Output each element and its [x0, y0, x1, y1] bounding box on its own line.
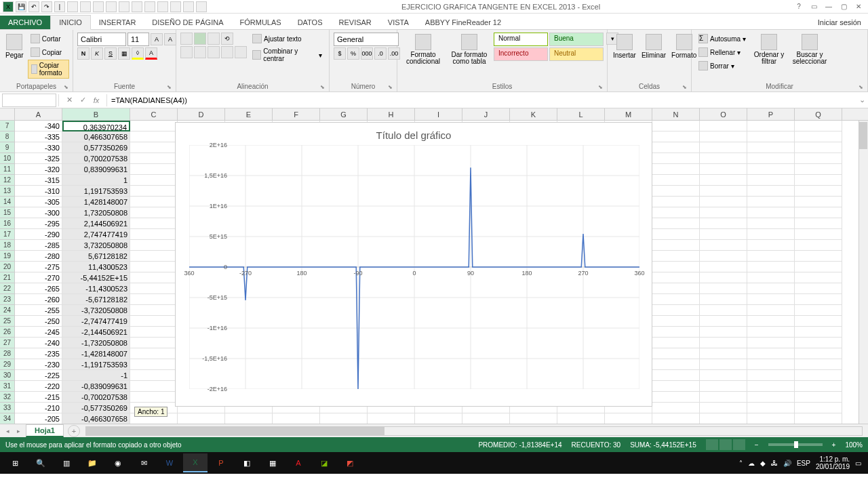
cell[interactable]	[557, 413, 605, 424]
cell[interactable]	[130, 359, 178, 370]
tray-volume-icon[interactable]: 🔊	[783, 460, 791, 467]
row-header[interactable]: 33	[0, 403, 15, 413]
cell[interactable]: 2,144506921	[62, 218, 130, 229]
qat-icon[interactable]	[196, 1, 207, 12]
cell[interactable]	[700, 186, 747, 197]
col-header-A[interactable]: A	[15, 108, 62, 120]
cell[interactable]	[747, 305, 795, 316]
cell[interactable]: -330	[15, 142, 62, 153]
tray-chevron-icon[interactable]: ˄	[739, 460, 743, 467]
cell[interactable]	[747, 327, 795, 338]
close-icon[interactable]: ✕	[852, 1, 865, 12]
undo-icon[interactable]: ↶	[28, 1, 39, 12]
cell[interactable]: -320	[15, 164, 62, 175]
conditional-format-button[interactable]: Formato condicional	[401, 33, 445, 66]
cell[interactable]	[130, 164, 178, 175]
cell[interactable]	[795, 142, 842, 153]
cell[interactable]	[652, 218, 700, 229]
cell[interactable]	[130, 207, 178, 218]
qat-icon[interactable]	[183, 1, 194, 12]
cell[interactable]	[130, 381, 178, 392]
align-top-icon[interactable]	[180, 33, 193, 45]
cell[interactable]	[652, 142, 700, 153]
qat-icon[interactable]	[144, 1, 155, 12]
cell[interactable]	[130, 142, 178, 153]
chart-object[interactable]: Título del gráfico 2E+161,5E+161E+165E+1…	[175, 122, 652, 407]
col-header-P[interactable]: P	[747, 108, 795, 120]
cell[interactable]	[795, 207, 842, 218]
row-header[interactable]: 11	[0, 164, 15, 175]
copy-button[interactable]: Copiar	[28, 46, 69, 58]
col-header-O[interactable]: O	[700, 108, 747, 120]
cell[interactable]	[795, 370, 842, 381]
sheet-nav-first[interactable]: ◂	[3, 428, 12, 434]
row-header[interactable]: 19	[0, 251, 15, 262]
ribbon-options-icon[interactable]: ▭	[807, 1, 821, 12]
cell[interactable]	[747, 251, 795, 262]
align-middle-icon[interactable]	[194, 33, 206, 45]
cell[interactable]	[652, 348, 700, 359]
taskview-button[interactable]: ▥	[54, 453, 79, 472]
cell[interactable]	[652, 175, 700, 186]
cell[interactable]	[652, 229, 700, 240]
style-normal[interactable]: Normal	[494, 33, 548, 46]
format-table-button[interactable]: Dar formato como tabla	[448, 33, 491, 66]
cell[interactable]	[652, 262, 700, 272]
cell[interactable]	[652, 197, 700, 207]
cell[interactable]	[795, 348, 842, 359]
col-header-J[interactable]: J	[462, 108, 510, 120]
cell[interactable]: -235	[15, 348, 62, 359]
word-button[interactable]: W	[157, 453, 182, 472]
start-button[interactable]: ⊞	[3, 453, 27, 472]
tab-home[interactable]: INICIO	[50, 15, 91, 30]
cell[interactable]	[368, 413, 415, 424]
sort-filter-button[interactable]: Ordenar y filtrar	[751, 33, 787, 66]
cell[interactable]	[130, 131, 178, 142]
cell[interactable]	[795, 186, 842, 197]
cell[interactable]: -240	[15, 338, 62, 348]
tray-lang[interactable]: ESP	[797, 460, 810, 467]
cell[interactable]	[700, 175, 747, 186]
cell[interactable]: -0,700207538	[62, 392, 130, 403]
cell[interactable]	[130, 272, 178, 283]
cell[interactable]	[747, 197, 795, 207]
cell[interactable]	[795, 327, 842, 338]
qat-icon[interactable]	[157, 1, 168, 12]
tab-review[interactable]: REVISAR	[331, 16, 380, 29]
qat-icon[interactable]	[132, 1, 142, 12]
align-bottom-icon[interactable]	[208, 33, 220, 45]
zoom-in-icon[interactable]: +	[832, 441, 836, 449]
cell[interactable]: -300	[15, 207, 62, 218]
row-header[interactable]: 20	[0, 262, 15, 272]
cell[interactable]	[747, 218, 795, 229]
indent-dec-icon[interactable]	[221, 46, 233, 58]
powerpoint-button[interactable]: P	[209, 453, 233, 472]
cell[interactable]: 1	[62, 175, 130, 186]
maximize-icon[interactable]: ▢	[837, 1, 850, 12]
cell[interactable]	[795, 153, 842, 164]
cell[interactable]	[130, 283, 178, 294]
cell[interactable]: -250	[15, 316, 62, 327]
cell[interactable]	[510, 413, 557, 424]
row-header[interactable]: 30	[0, 370, 15, 381]
cell[interactable]: -11,4300523	[62, 283, 130, 294]
cell[interactable]	[700, 305, 747, 316]
cell[interactable]	[747, 186, 795, 197]
row-header[interactable]: 12	[0, 175, 15, 186]
cell[interactable]	[700, 229, 747, 240]
row-header[interactable]: 27	[0, 338, 15, 348]
cell[interactable]	[700, 142, 747, 153]
cell[interactable]	[652, 251, 700, 262]
row-header[interactable]: 9	[0, 142, 15, 153]
cell[interactable]	[747, 142, 795, 153]
cell[interactable]	[700, 121, 747, 131]
row-header[interactable]: 26	[0, 327, 15, 338]
cell[interactable]	[747, 121, 795, 131]
cell[interactable]	[747, 381, 795, 392]
outlook-button[interactable]: ✉	[132, 453, 156, 472]
paste-button[interactable]: Pegar	[4, 33, 25, 60]
cell[interactable]	[795, 403, 842, 413]
row-header[interactable]: 25	[0, 316, 15, 327]
col-header-G[interactable]: G	[320, 108, 368, 120]
view-normal-icon[interactable]	[706, 439, 718, 450]
